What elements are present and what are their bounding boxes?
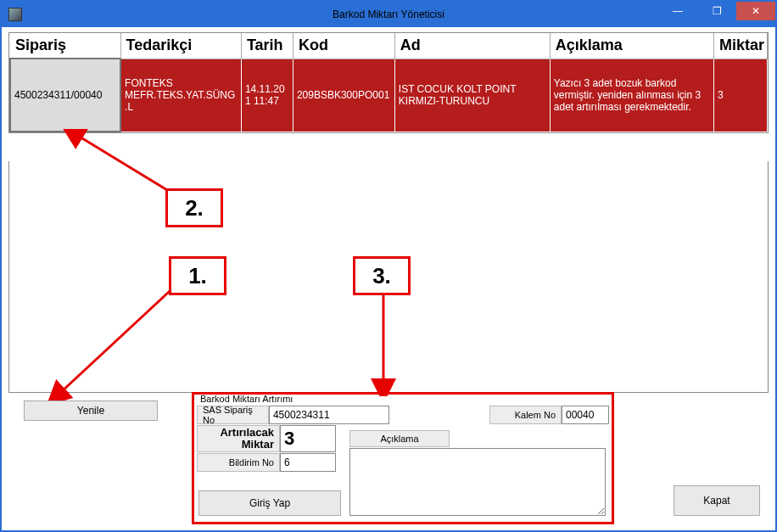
restore-button[interactable]: ❐ xyxy=(697,2,736,20)
table-row[interactable]: 4500234311/00040 FONTEKS MEFR.TEKS.YAT.S… xyxy=(10,59,768,132)
col-miktar[interactable]: Miktar xyxy=(713,33,767,59)
artir-label: Artırılacak Miktar xyxy=(197,425,280,452)
annotation-2: 2. xyxy=(165,188,223,227)
cell-miktar[interactable]: 3 xyxy=(713,59,767,132)
cell-tedarikci[interactable]: FONTEKS MEFR.TEKS.YAT.SÜNG.L xyxy=(120,59,241,132)
col-siparis[interactable]: Sipariş xyxy=(10,33,120,59)
cell-kod[interactable]: 209BSBK300PO001 xyxy=(293,59,394,132)
window-controls: — ❐ ✕ xyxy=(658,2,775,22)
content-area: Sipariş Tedarikçi Tarih Kod Ad Açıklama … xyxy=(2,27,775,530)
close-button[interactable]: ✕ xyxy=(736,2,775,20)
sas-input[interactable] xyxy=(269,406,389,424)
bildirim-input[interactable] xyxy=(280,453,336,472)
submit-button[interactable]: Giriş Yap xyxy=(198,490,341,516)
cell-siparis[interactable]: 4500234311/00040 xyxy=(10,59,120,132)
col-ad[interactable]: Ad xyxy=(394,33,550,59)
data-grid[interactable]: Sipariş Tedarikçi Tarih Kod Ad Açıklama … xyxy=(8,32,769,133)
kalem-label: Kalem No xyxy=(489,406,562,424)
col-tarih[interactable]: Tarih xyxy=(241,33,293,59)
cell-tarih[interactable]: 14.11.201 11:47 xyxy=(241,59,293,132)
col-kod[interactable]: Kod xyxy=(293,33,394,59)
cell-aciklama[interactable]: Yazıcı 3 adet bozuk barkod vermiştir. ye… xyxy=(550,59,713,132)
annotation-3: 3. xyxy=(353,256,411,295)
col-aciklama[interactable]: Açıklama xyxy=(550,33,713,59)
aciklama-label: Açıklama xyxy=(349,430,450,447)
artir-input[interactable] xyxy=(280,425,336,452)
annotation-1: 1. xyxy=(169,256,226,295)
aciklama-input[interactable] xyxy=(349,448,606,516)
kalem-input[interactable] xyxy=(562,406,609,424)
sas-label: SAS Sipariş No xyxy=(197,406,269,424)
form-title: Barkod Miktarı Artırımı xyxy=(197,394,609,404)
app-icon xyxy=(8,8,22,21)
refresh-button[interactable]: Yenile xyxy=(24,400,158,421)
close-form-button[interactable]: Kapat xyxy=(674,485,760,516)
bildirim-label: Bildirim No xyxy=(197,453,280,472)
window-title: Barkod Miktarı Yöneticisi xyxy=(333,8,444,20)
cell-ad[interactable]: IST COCUK KOLT POINT KIRMIZI-TURUNCU xyxy=(394,59,550,132)
minimize-button[interactable]: — xyxy=(658,2,697,20)
grid-header-row: Sipariş Tedarikçi Tarih Kod Ad Açıklama … xyxy=(10,33,768,59)
col-tedarikci[interactable]: Tedarikçi xyxy=(120,33,241,59)
titlebar: Barkod Miktarı Yöneticisi — ❐ ✕ xyxy=(2,2,775,27)
